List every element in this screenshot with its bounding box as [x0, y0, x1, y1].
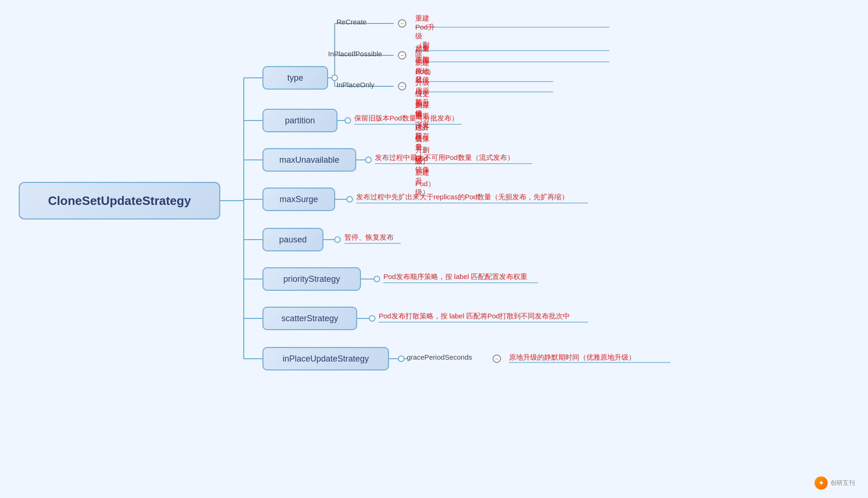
node-inplaceupdatestrategy-label: inPlaceUpdateStrategy — [283, 354, 369, 364]
node-maxunavailable: maxUnavailable — [262, 148, 356, 172]
watermark: ✦ 创研互刊 — [815, 476, 855, 490]
paused-connector — [334, 236, 341, 243]
root-label: CloneSetUpdateStrategy — [48, 194, 191, 208]
inplaceupdatestrategy-connector — [398, 355, 404, 362]
partition-annotation: 保留旧版本Pod数量（分批发布） — [354, 114, 458, 123]
watermark-text: 创研互刊 — [831, 479, 855, 487]
maxsurge-connector — [346, 196, 353, 203]
recreate-minus: − — [398, 19, 406, 28]
recreate-label: ReCreate — [337, 18, 367, 26]
inplaceonly-label: InPlaceOnly — [337, 81, 374, 89]
inplaceifpossible-label: InPlaceIfPossible — [328, 50, 382, 58]
node-maxsurge-label: maxSurge — [279, 195, 318, 204]
node-maxunavailable-label: maxUnavailable — [279, 155, 339, 165]
root-node: CloneSetUpdateStrategy — [19, 182, 220, 219]
node-prioritystrategy: priorityStrategy — [262, 267, 361, 291]
node-prioritystrategy-label: priorityStrategy — [283, 274, 340, 284]
maxsurge-annotation: 发布过程中先扩出来大于replicas的Pod数量（无损发布，先扩再缩） — [356, 193, 569, 202]
type-connector — [331, 75, 338, 81]
watermark-icon: ✦ — [815, 476, 828, 490]
node-type: type — [262, 66, 328, 90]
node-partition: partition — [262, 109, 337, 132]
node-type-label: type — [287, 73, 303, 83]
inplaceonly-minus: − — [398, 82, 406, 91]
node-paused: paused — [262, 228, 323, 251]
graceperiodseconds-label: gracePeriodSeconds — [407, 353, 472, 361]
diagram-container: CloneSetUpdateStrategy type ReCreate − 重… — [0, 0, 868, 498]
paused-annotation: 暂停、恢复发布 — [344, 233, 394, 242]
prioritystrategy-connector — [374, 276, 380, 282]
maxunavailable-connector — [365, 157, 372, 163]
graceperiodseconds-annotation: 原地升级的静默期时间（优雅原地升级） — [509, 353, 636, 362]
node-paused-label: paused — [279, 235, 307, 245]
node-maxsurge: maxSurge — [262, 188, 335, 211]
node-partition-label: partition — [285, 116, 315, 126]
prioritystrategy-annotation: Pod发布顺序策略，按 label 匹配配置发布权重 — [383, 272, 527, 281]
graceperiodseconds-minus: − — [493, 355, 501, 363]
maxunavailable-annotation: 发布过程中最大不可用Pod数量（流式发布） — [375, 153, 514, 162]
scatterstrategy-connector — [369, 315, 375, 322]
inplaceifpossible-minus: − — [398, 51, 406, 60]
node-scatterstrategy: scatterStrategy — [262, 307, 357, 330]
node-inplaceupdatestrategy: inPlaceUpdateStrategy — [262, 347, 389, 370]
partition-connector — [344, 117, 351, 124]
scatterstrategy-annotation: Pod发布打散策略，按 label 匹配将Pod打散到不同发布批次中 — [379, 312, 570, 321]
node-scatterstrategy-label: scatterStrategy — [281, 314, 338, 324]
